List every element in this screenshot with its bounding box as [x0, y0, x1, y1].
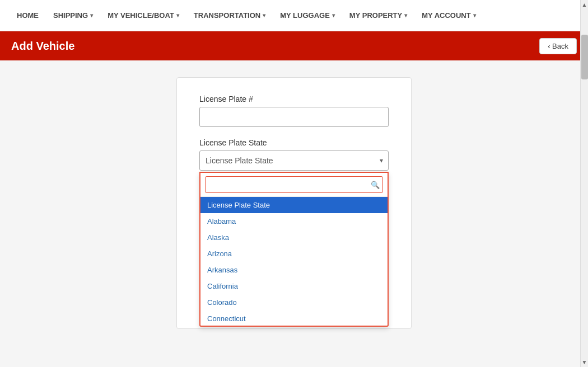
- dropdown-option-al[interactable]: Alabama: [200, 213, 388, 229]
- license-state-group: License Plate State License Plate State …: [199, 138, 389, 171]
- license-state-select[interactable]: License Plate State ▾: [199, 150, 389, 171]
- dropdown-option-default[interactable]: License Plate State: [200, 197, 388, 213]
- license-plate-label: License Plate #: [199, 95, 389, 103]
- license-state-label: License Plate State: [199, 138, 389, 147]
- nav-caret-vehicle-boat: ▾: [176, 12, 179, 18]
- nav-item-transportation[interactable]: TRANSPORTATION▾: [188, 7, 271, 24]
- nav-caret-shipping: ▾: [90, 12, 93, 18]
- back-button[interactable]: ‹ Back: [539, 38, 577, 54]
- main-content: License Plate # License Plate State Lice…: [0, 60, 588, 346]
- license-plate-group: License Plate #: [199, 95, 389, 127]
- select-value: License Plate State: [206, 156, 273, 165]
- dropdown-panel: 🔍 License Plate StateAlabamaAlaskaArizon…: [199, 172, 389, 327]
- navbar: HOMESHIPPING▾MY VEHICLE/BOAT▾TRANSPORTAT…: [0, 0, 588, 31]
- nav-caret-transportation: ▾: [263, 12, 265, 18]
- nav-item-luggage[interactable]: MY LUGGAGE▾: [274, 7, 340, 24]
- license-state-select-container: License Plate State ▾ 🔍 License Plate St…: [199, 150, 389, 171]
- nav-item-vehicle-boat[interactable]: MY VEHICLE/BOAT▾: [102, 7, 185, 24]
- nav-item-shipping[interactable]: SHIPPING▾: [48, 7, 99, 24]
- dropdown-options-list: License Plate StateAlabamaAlaskaArizonaA…: [200, 197, 388, 326]
- scroll-up-arrow[interactable]: ▲: [581, 0, 588, 10]
- scroll-down-arrow[interactable]: ▼: [581, 357, 588, 367]
- dropdown-option-ct[interactable]: Connecticut: [200, 310, 388, 326]
- dropdown-option-ak[interactable]: Alaska: [200, 229, 388, 246]
- form-card: License Plate # License Plate State Lice…: [176, 77, 412, 329]
- nav-caret-property: ▾: [404, 12, 407, 18]
- select-caret-icon: ▾: [380, 157, 383, 164]
- nav-item-account[interactable]: MY ACCOUNT▾: [416, 7, 481, 24]
- nav-caret-luggage: ▾: [332, 12, 335, 18]
- dropdown-search-input[interactable]: [205, 176, 383, 193]
- dropdown-option-ar[interactable]: Arkansas: [200, 262, 388, 278]
- dropdown-option-ca[interactable]: California: [200, 278, 388, 294]
- license-plate-input[interactable]: [199, 107, 389, 127]
- page-title: Add Vehicle: [11, 40, 74, 53]
- page-scrollbar: ▲ ▼: [580, 0, 588, 367]
- page-header: Add Vehicle ‹ Back: [0, 31, 588, 60]
- dropdown-search-wrapper: 🔍: [200, 173, 388, 197]
- scrollbar-thumb[interactable]: [581, 35, 588, 79]
- dropdown-option-az[interactable]: Arizona: [200, 246, 388, 262]
- search-icon: 🔍: [371, 181, 380, 189]
- dropdown-option-co[interactable]: Colorado: [200, 294, 388, 310]
- nav-item-property[interactable]: MY PROPERTY▾: [344, 7, 413, 24]
- nav-item-home[interactable]: HOME: [11, 7, 44, 24]
- nav-caret-account: ▾: [473, 12, 476, 18]
